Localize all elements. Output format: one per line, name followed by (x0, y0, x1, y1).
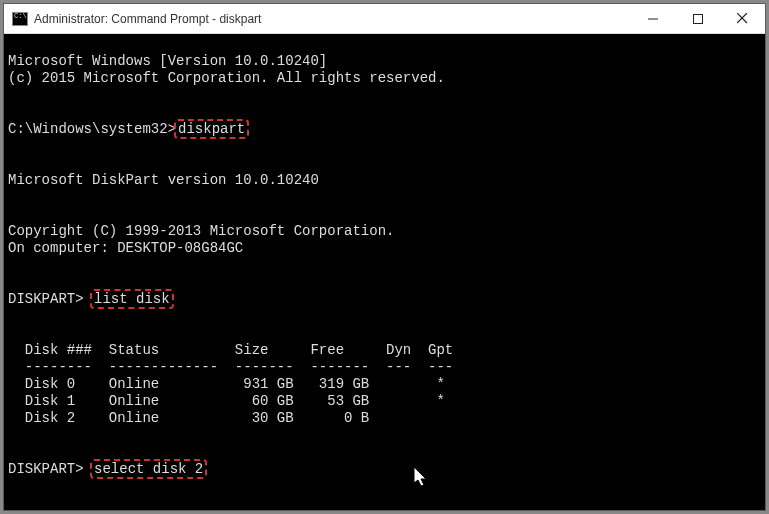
output-line: (c) 2015 Microsoft Corporation. All righ… (8, 70, 445, 86)
terminal-output[interactable]: Microsoft Windows [Version 10.0.10240] (… (4, 34, 765, 510)
table-row: Disk 0 Online 931 GB 319 GB * (8, 376, 445, 392)
table-header: Disk ### Status Size Free Dyn Gpt (8, 342, 453, 358)
command-highlight: list disk (90, 289, 174, 309)
diskpart-prompt: DISKPART> (8, 461, 84, 477)
table-row: Disk 2 Online 30 GB 0 B (8, 410, 369, 426)
table-separator: -------- ------------- ------- ------- -… (8, 359, 453, 375)
maximize-button[interactable] (675, 4, 720, 33)
minimize-button[interactable] (630, 4, 675, 33)
output-line: Microsoft Windows [Version 10.0.10240] (8, 53, 327, 69)
output-line: Copyright (C) 1999-2013 Microsoft Corpor… (8, 223, 394, 239)
output-line: On computer: DESKTOP-08G84GC (8, 240, 243, 256)
command-highlight: select disk 2 (90, 459, 207, 479)
window-title: Administrator: Command Prompt - diskpart (34, 12, 630, 26)
output-line: Microsoft DiskPart version 10.0.10240 (8, 172, 319, 188)
window-controls (630, 4, 765, 33)
diskpart-prompt: DISKPART> (8, 291, 84, 307)
table-row: Disk 1 Online 60 GB 53 GB * (8, 393, 445, 409)
svg-rect-1 (693, 14, 702, 23)
titlebar[interactable]: C:\ Administrator: Command Prompt - disk… (4, 4, 765, 34)
close-button[interactable] (720, 4, 765, 33)
prompt-path: C:\Windows\system32> (8, 121, 176, 137)
command-prompt-window: C:\ Administrator: Command Prompt - disk… (3, 3, 766, 511)
cmd-icon: C:\ (12, 12, 28, 26)
command-highlight: diskpart (174, 119, 249, 139)
